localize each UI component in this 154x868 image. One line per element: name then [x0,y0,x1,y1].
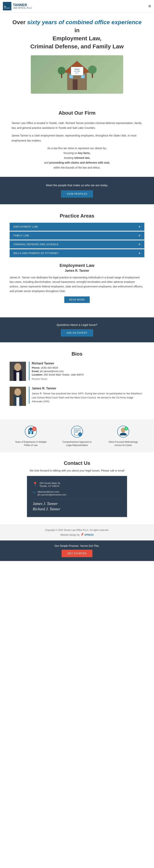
tab-criminal-plus: + [138,243,140,246]
tab-employment-label: EMPLOYMENT LAW [14,225,38,228]
richard-info: Richard Tanner Phone: (435) 833-9524 Ema… [29,362,144,380]
contact-street: 250 South Main St. [40,482,61,485]
contact-address: 📍 250 South Main St. Tooele, UT 84074 [33,482,121,488]
contact-section: Contact Us We look forward to talking wi… [0,453,154,525]
practice-detail-text: James R. Tanner now dedicates his legal … [9,275,144,293]
richard-photo [9,362,26,381]
practice-detail-title: Employment Law [9,263,144,268]
contact-title: Contact Us [11,460,143,466]
tab-employment-law[interactable]: EMPLOYMENT LAW + [9,223,144,231]
logo-bottom: LAW OFFICE, PLLC [13,7,32,9]
experience-label: Years of Experience in Multiple Fields o… [14,440,48,447]
get-started-button[interactable]: GET STARTED [61,550,93,557]
bios-section: Bios Richard Tanner Phone: (435) 833-952… [0,343,154,419]
bottom-bar-text: Our Simple Process. You've Got This. [4,544,150,547]
email-icon: ✉ [33,490,35,495]
phone-value: (435) 833-9524 [41,366,58,369]
practice-tabs: EMPLOYMENT LAW + FAMILY LAW + CRIMINAL D… [9,223,144,257]
contact-intro: We look forward to talking with you abou… [11,469,143,472]
about-section: About Our Firm Tanner Law Office is loca… [0,104,154,176]
design-link[interactable]: ✗ XPRESS [81,533,94,536]
about-bounds: within the bounds of the law and ethics. [53,166,101,169]
map-icon: 📍 [33,482,37,486]
about-para3-intro: As a law firm we strive to represent our… [47,147,107,150]
svg-text:★: ★ [125,427,127,430]
hero-section: Over sixty years of combined office expe… [0,12,154,104]
svg-text:Law Office: Law Office [74,70,80,72]
svg-rect-15 [92,73,93,78]
james-text: James R. Tanner has practiced law since … [32,392,144,404]
james-name: James R. Tanner [32,387,144,390]
bios-title: Bios [9,351,144,357]
contact-city: Tooele, UT 84074 [40,485,61,488]
svg-rect-26 [29,430,30,431]
tab-wills[interactable]: WILLS AND POWERS OF ATTORNEY + [9,249,144,257]
comprehensive-label: Comprehensive Approach to Legal Represen… [60,440,94,447]
design-company: XPRESS [84,533,94,536]
meet-banner-text: Meet the people that make us who we are … [4,184,150,187]
location-label: Location: [32,373,43,376]
svg-point-12 [58,67,66,74]
signatures: James J. Tanner Richard J. Tanner [33,499,121,511]
richard-location: Location: 250 South Main Tooele, Utah 84… [32,373,144,376]
about-title: About Our Firm [11,110,143,116]
svg-rect-23 [16,397,19,406]
svg-point-17 [14,363,21,371]
bottom-bar: Our Simple Process. You've Got This. GET… [0,540,154,561]
logo-icon: ⚖ [3,2,11,10]
hero-image: Tanner Law Office PLLC [31,55,123,94]
about-para2: James Tanner is a Utah employment lawyer… [11,133,143,143]
logo-text: TANNER LAW OFFICE, PLLC [13,3,32,9]
hero-line3: Criminal Defense, and Family Law [30,43,124,50]
site-header: ⚖ TANNER LAW OFFICE, PLLC ≡ [0,0,154,12]
email1: rljtanner@msn.com [37,490,66,493]
hamburger-menu[interactable]: ≡ [148,3,151,9]
read-more-button[interactable]: READ MORE [64,297,90,303]
svg-text:Tanner: Tanner [75,68,79,70]
richard-caption: Richard Tanner [32,378,144,380]
view-profiles-button[interactable]: VIEW PROFILES [61,190,93,197]
hero-accent-text: sixty years of combined office experienc… [27,19,142,25]
about-zeal: and proceeding with claims and defenses … [44,161,110,164]
client-label: Client Focused Methodology Across All Ca… [106,440,140,447]
contact-card: 📍 250 South Main St. Tooele, UT 84074 ✉ … [27,476,127,517]
tab-employment-plus: + [138,225,140,228]
experience-icon: ⚖ [24,425,37,438]
richard-email: Email: jim.tanner@msn.com [32,370,144,373]
sig2: Richard J. Tanner [33,507,121,511]
richard-phone: Phone: (435) 833-9524 [32,366,144,369]
hero-prefix: Over [12,19,25,25]
meet-banner: Meet the people that make us who we are … [0,177,154,204]
icon-item-experience: ⚖ Years of Experience in Multiple Fields… [14,425,48,447]
tab-wills-plus: + [138,251,140,255]
logo-top: TANNER [13,3,32,7]
about-key-facts: key facts, [78,152,91,155]
svg-rect-5 [73,79,78,90]
svg-text:⚖: ⚖ [33,428,35,430]
james-info: James R. Tanner James R. Tanner has prac… [29,387,144,404]
email-value: jim.tanner@msn.com [40,370,64,373]
tab-wills-label: WILLS AND POWERS OF ATTORNEY [14,252,59,255]
about-relevant-law: relevant law, [74,156,90,159]
practice-detail: Employment Law James R. Tanner James R. … [9,260,144,309]
email-label: Email: [32,370,39,373]
location-value: 250 South Main Tooele, Utah 84074 [44,373,83,376]
logo-area: ⚖ TANNER LAW OFFICE, PLLC [3,2,32,10]
email2: jim.tanner@primenet.com [37,493,66,496]
tab-criminal[interactable]: CRIMINAL DEFENSE AND JUVENILE + [9,240,144,248]
copyright: Copyright © 2025 Tanner Law Office PLLC.… [8,529,146,531]
svg-text:✓: ✓ [79,433,81,436]
tab-family-law[interactable]: FAMILY LAW + [9,231,144,240]
svg-point-21 [15,389,21,396]
ask-banner: Questions About a Legal Issue? ASK AN EX… [0,317,154,342]
tab-criminal-label: CRIMINAL DEFENSE AND JUVENILE [14,243,59,246]
comprehensive-icon: ✓ [70,425,84,438]
richard-name: Richard Tanner [32,362,144,365]
hero-middle-text: in [75,27,80,33]
svg-text:⚖: ⚖ [4,6,6,8]
icons-row: ⚖ Years of Experience in Multiple Fields… [0,419,154,453]
icon-item-comprehensive: ✓ Comprehensive Approach to Legal Repres… [60,425,94,447]
ask-expert-button[interactable]: ASK AN EXPERT [61,329,93,337]
practice-title: Practice Areas [9,213,144,219]
ask-banner-text: Questions About a Legal Issue? [4,323,150,327]
